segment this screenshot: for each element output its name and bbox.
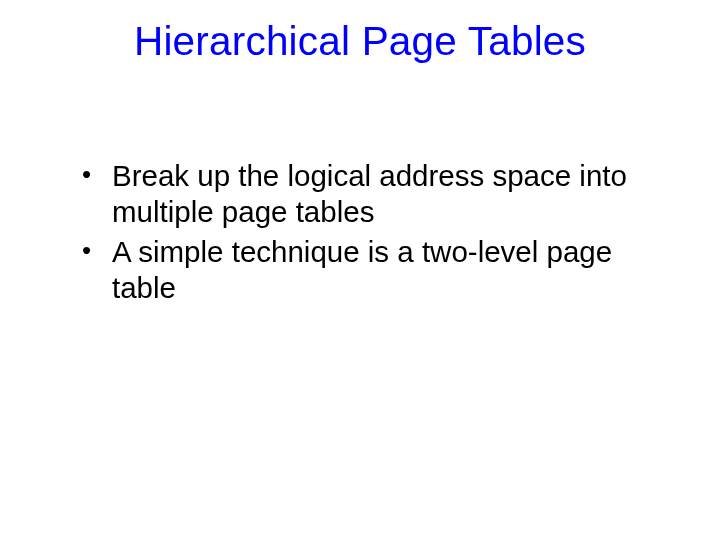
slide-body: Break up the logical address space into … <box>78 158 630 310</box>
slide-title: Hierarchical Page Tables <box>0 18 720 65</box>
list-item: A simple technique is a two-level page t… <box>78 234 630 306</box>
list-item: Break up the logical address space into … <box>78 158 630 230</box>
slide: Hierarchical Page Tables Break up the lo… <box>0 0 720 540</box>
bullet-list: Break up the logical address space into … <box>78 158 630 306</box>
